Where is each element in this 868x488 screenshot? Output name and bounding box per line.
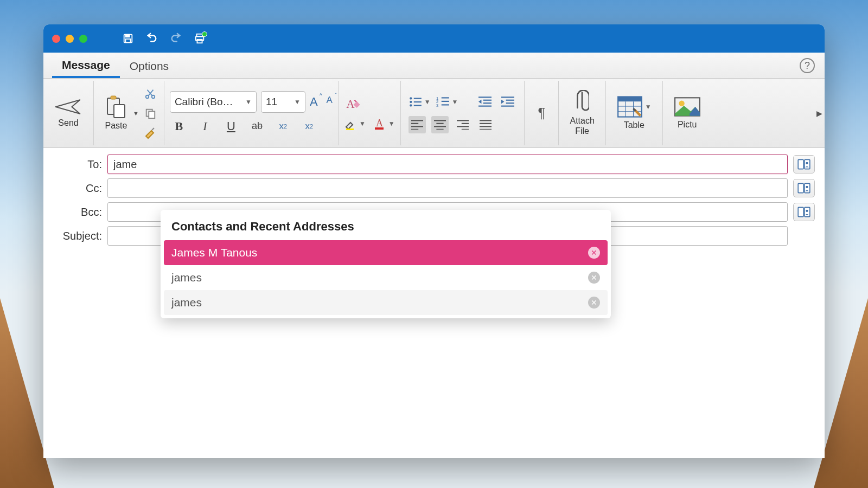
align-left-button[interactable]	[409, 116, 426, 133]
font-color-group: A ▼ A ▼	[339, 81, 401, 145]
tab-message[interactable]: Message	[52, 53, 120, 78]
bold-button[interactable]: B	[170, 117, 188, 136]
to-field[interactable]	[107, 155, 788, 174]
underline-button[interactable]: U	[222, 117, 240, 136]
svg-point-64	[806, 162, 808, 164]
cut-button[interactable]	[142, 86, 158, 102]
format-painter-button[interactable]	[142, 125, 158, 141]
clear-formatting-button[interactable]: A	[344, 97, 395, 113]
highlight-color-button[interactable]: ▼	[344, 117, 366, 130]
align-center-button[interactable]	[431, 116, 449, 133]
svg-rect-49	[462, 129, 469, 129]
align-right-button[interactable]	[454, 116, 471, 133]
increase-indent-button[interactable]	[499, 93, 516, 111]
svg-rect-66	[805, 183, 810, 192]
svg-rect-25	[441, 97, 449, 98]
autocomplete-item[interactable]: james ✕	[164, 290, 608, 315]
svg-rect-36	[506, 102, 514, 104]
svg-rect-23	[413, 105, 421, 106]
autocomplete-item[interactable]: james ✕	[164, 265, 608, 290]
chevron-down-icon: ▼	[645, 103, 652, 111]
autocomplete-remove-button[interactable]: ✕	[588, 297, 600, 309]
svg-rect-1	[125, 35, 129, 37]
to-label: To:	[53, 158, 102, 171]
pilcrow-group: ¶	[525, 81, 559, 145]
svg-rect-12	[149, 111, 155, 118]
svg-rect-52	[480, 126, 492, 127]
window-zoom-button[interactable]	[79, 35, 87, 43]
show-formatting-button[interactable]: ¶	[530, 105, 553, 121]
font-size-value: 11	[266, 96, 277, 108]
table-group: ▼ Table	[606, 81, 663, 145]
autocomplete-item-label: james	[171, 296, 202, 309]
insert-pictures-button[interactable]: Pictu	[668, 94, 706, 132]
save-button[interactable]	[119, 29, 137, 48]
svg-rect-32	[483, 102, 492, 104]
redo-button[interactable]	[167, 29, 185, 48]
svg-point-20	[410, 100, 412, 102]
svg-rect-21	[413, 101, 421, 102]
svg-rect-62	[798, 159, 803, 169]
svg-rect-41	[411, 129, 418, 129]
cc-field[interactable]	[107, 178, 788, 198]
align-justify-button[interactable]	[477, 116, 494, 133]
svg-rect-38	[411, 120, 423, 121]
tab-options[interactable]: Options	[120, 54, 178, 77]
svg-text:3: 3	[436, 102, 438, 107]
paste-dropdown[interactable]: ▼	[133, 110, 139, 117]
svg-rect-27	[441, 100, 449, 101]
svg-rect-17	[375, 127, 384, 130]
svg-rect-2	[125, 39, 130, 42]
font-color-button[interactable]: A ▼	[373, 117, 395, 130]
chevron-down-icon: ▼	[294, 98, 301, 106]
bullet-list-button[interactable]: ▼	[409, 96, 431, 108]
send-label: Send	[58, 118, 78, 128]
help-button[interactable]: ?	[800, 58, 815, 73]
superscript-button[interactable]: x2	[300, 117, 318, 136]
window-close-button[interactable]	[52, 35, 60, 43]
svg-rect-44	[434, 126, 446, 127]
svg-rect-46	[457, 120, 469, 121]
window-minimize-button[interactable]	[66, 35, 74, 43]
subscript-button[interactable]: x2	[274, 117, 292, 136]
svg-rect-55	[618, 97, 642, 102]
autocomplete-item[interactable]: James M Tanous ✕	[164, 240, 608, 265]
cc-label: Cc:	[53, 182, 102, 195]
insert-table-button[interactable]: ▼ Table	[611, 93, 657, 132]
font-size-select[interactable]: 11 ▼	[261, 91, 305, 113]
decrease-indent-button[interactable]	[476, 93, 494, 111]
svg-point-18	[410, 97, 412, 99]
svg-rect-40	[411, 126, 423, 127]
copy-button[interactable]	[142, 105, 158, 121]
autocomplete-item-label: james	[171, 271, 202, 284]
print-button[interactable]	[190, 29, 209, 48]
send-button[interactable]: Send	[49, 95, 88, 130]
attach-file-button[interactable]: Attach File	[564, 88, 599, 138]
svg-rect-30	[478, 97, 492, 98]
cc-address-book-button[interactable]	[793, 179, 815, 197]
grow-font-button[interactable]: A^	[310, 95, 318, 109]
svg-text:A: A	[376, 118, 383, 129]
svg-rect-35	[506, 99, 514, 100]
paste-button[interactable]: Paste	[99, 93, 133, 133]
attach-group: Attach File	[559, 81, 605, 145]
shrink-font-button[interactable]: Aˇ	[327, 95, 333, 109]
strikethrough-button[interactable]: ab	[248, 117, 266, 136]
svg-point-61	[679, 101, 684, 106]
autocomplete-remove-button[interactable]: ✕	[588, 272, 600, 284]
svg-rect-48	[457, 126, 469, 127]
font-family-value: Calibri (Bo…	[175, 96, 233, 108]
svg-rect-65	[798, 183, 803, 192]
to-address-book-button[interactable]	[793, 155, 815, 174]
bcc-address-book-button[interactable]	[793, 203, 815, 221]
svg-rect-39	[411, 123, 418, 124]
undo-button[interactable]	[143, 29, 161, 48]
autocomplete-remove-button[interactable]: ✕	[588, 247, 600, 259]
chevron-down-icon: ▼	[359, 120, 366, 127]
numbered-list-button[interactable]: 123 ▼	[436, 96, 458, 108]
italic-button[interactable]: I	[196, 117, 214, 136]
svg-rect-34	[501, 97, 514, 98]
font-family-select[interactable]: Calibri (Bo… ▼	[170, 91, 257, 113]
svg-rect-69	[805, 207, 810, 216]
ribbon-overflow-button[interactable]: ▶	[816, 109, 822, 118]
